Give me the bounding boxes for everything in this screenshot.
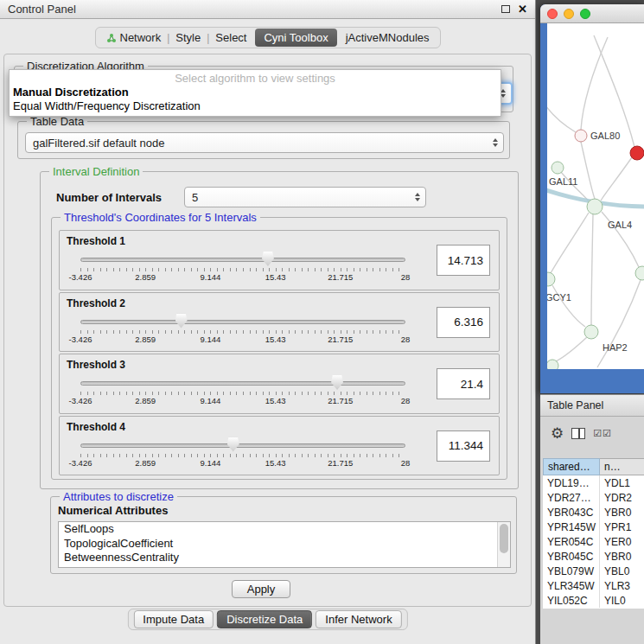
threshold-slider[interactable]: -3.4262.8599.14415.4321.71528 [80,373,405,411]
network-edge[interactable] [581,142,595,199]
cell-name[interactable]: YLR3 [600,578,644,593]
tab-style[interactable]: Style [169,29,207,46]
dropdown-option-manual-discretization[interactable]: Manual Discretization [10,86,501,99]
cell-name[interactable]: YER0 [600,534,644,549]
threshold-value-field[interactable]: 6.316 [437,307,490,338]
slider-thumb-icon[interactable] [175,314,188,328]
network-edge[interactable] [547,105,576,132]
gcy1-node[interactable] [547,272,555,286]
columns-icon[interactable] [571,428,585,439]
checkbox-icons[interactable]: ☑☑ [593,428,612,439]
slider-track[interactable] [80,381,405,386]
table-row[interactable]: YDR27…YDR2 [543,490,644,505]
cell-shared-name[interactable]: YER054C [543,534,600,549]
close-traffic-light-icon[interactable] [547,9,558,19]
network-edge[interactable] [581,37,608,130]
tab-infer-network[interactable]: Infer Network [316,610,401,628]
algorithm-placeholder: Select algorithm to view settings [10,72,501,86]
tab-select[interactable]: Select [209,29,252,46]
table-rows: YDL19…YDL1YDR27…YDR2YBR043CYBR0YPR145WYP… [543,475,644,608]
list-item[interactable]: SelfLoops [59,522,510,537]
dropdown-option-equal-width-frequency[interactable]: Equal Width/Frequency Discretization [10,99,501,113]
column-header-name[interactable]: n… [600,458,644,475]
table-row[interactable]: YDL19…YDL1 [543,475,644,490]
threshold-value-field[interactable]: 21.4 [437,368,490,399]
threshold-value-field[interactable]: 11.344 [437,430,490,462]
slider-thumb-icon[interactable] [331,375,343,390]
slider-track[interactable] [80,320,405,324]
table-row[interactable]: YLR345WYLR3 [543,578,644,593]
threshold-slider[interactable]: -3.4262.8599.14415.4321.71528 [80,250,405,288]
cell-shared-name[interactable]: YBL079W [543,564,600,578]
cell-name[interactable]: YBL0 [600,564,644,578]
table-data-group: Table Data galFiltered.sif default node [17,121,510,159]
cell-shared-name[interactable]: YPR145W [543,520,600,534]
network-icon [105,33,116,43]
tab-impute-data[interactable]: Impute Data [133,610,214,628]
tab-network[interactable]: Network [99,29,167,46]
cell-name[interactable]: YPR1 [600,520,644,534]
tab-discretize-data[interactable]: Discretize Data [217,610,312,628]
table-row[interactable]: YBR045CYBR0 [543,549,644,564]
list-item[interactable]: TopologicalCoefficient [59,537,510,552]
cell-shared-name[interactable]: YIL052C [543,593,600,608]
control-panel-titlebar[interactable]: Control Panel ✕ [0,0,535,19]
thresholds-group-label: Threshold's Coordinates for 5 Intervals [61,211,260,224]
apply-button[interactable]: Apply [232,580,290,598]
gear-icon[interactable]: ⚙ [551,426,564,441]
table-panel-titlebar[interactable]: Table Panel [540,394,644,417]
gal80-node[interactable] [575,130,587,142]
table-data-combo[interactable]: galFiltered.sif default node [25,132,504,153]
zoom-traffic-light-icon[interactable] [580,9,590,19]
threshold-slider[interactable]: -3.4262.8599.14415.4321.71528 [80,312,405,350]
network-edge[interactable] [597,280,641,367]
table-row[interactable]: YBR043CYBR0 [543,505,644,520]
tab-cyni-toolbox[interactable]: Cyni Toolbox [255,29,336,47]
cell-shared-name[interactable]: YBR043C [543,505,600,520]
cell-shared-name[interactable]: YDR27… [543,490,600,505]
threshold-slider[interactable]: -3.4262.8599.14415.4321.71528 [80,436,405,474]
slider-thumb-icon[interactable] [262,252,274,266]
network-edge[interactable] [601,157,632,201]
gal4-node[interactable] [587,199,603,214]
cell-shared-name[interactable]: YLR345W [543,578,600,593]
list-scrollbar[interactable] [497,522,510,567]
network-titlebar[interactable] [540,4,644,23]
network-canvas[interactable]: GAL80GAL11GAL4GCY1HAP2 [547,23,644,369]
tab-jactivemnodules[interactable]: jActiveMNodules [340,29,436,46]
slider-ticks [80,454,405,457]
slider-track[interactable] [80,258,405,262]
node-table: shared… n… YDL19…YDL1YDR27…YDR2YBR043CYB… [543,458,644,609]
network-edge[interactable] [556,337,587,361]
right-node[interactable] [635,266,644,280]
cell-name[interactable]: YDR2 [600,490,644,505]
column-header-shared-name[interactable]: shared… [543,458,600,475]
cell-shared-name[interactable]: YDL19… [543,475,600,490]
num-intervals-combo[interactable]: 5 [184,187,426,207]
minimize-traffic-light-icon[interactable] [564,9,574,19]
cell-name[interactable]: YDL1 [600,475,644,490]
cell-name[interactable]: YIL0 [600,593,644,608]
table-row[interactable]: YPR145WYPR1 [543,520,644,534]
slider-track[interactable] [80,443,405,448]
list-item[interactable]: BetweennessCentrality [59,551,510,565]
slider-thumb-icon[interactable] [227,437,239,452]
network-edge[interactable] [591,214,593,325]
scrollbar-thumb[interactable] [500,524,508,553]
cell-name[interactable]: YBR0 [600,549,644,564]
table-row[interactable]: YBL079WYBL0 [543,564,644,578]
close-icon[interactable]: ✕ [518,3,527,15]
node-label: GAL4 [608,220,632,230]
bottom-node[interactable] [547,360,558,369]
cell-name[interactable]: YBR0 [600,505,644,520]
hap2-node[interactable] [584,325,598,339]
numerical-attributes-list[interactable]: SelfLoopsTopologicalCoefficientBetweenne… [58,521,511,568]
table-row[interactable]: YER054CYER0 [543,534,644,549]
network-edge[interactable] [551,213,589,273]
table-row[interactable]: YIL052CYIL0 [543,593,644,608]
cell-shared-name[interactable]: YBR045C [543,549,600,564]
gal11-node[interactable] [552,162,564,174]
threshold-value-field[interactable]: 14.713 [437,245,490,276]
red-node[interactable] [630,146,644,160]
float-window-icon[interactable] [501,5,510,13]
